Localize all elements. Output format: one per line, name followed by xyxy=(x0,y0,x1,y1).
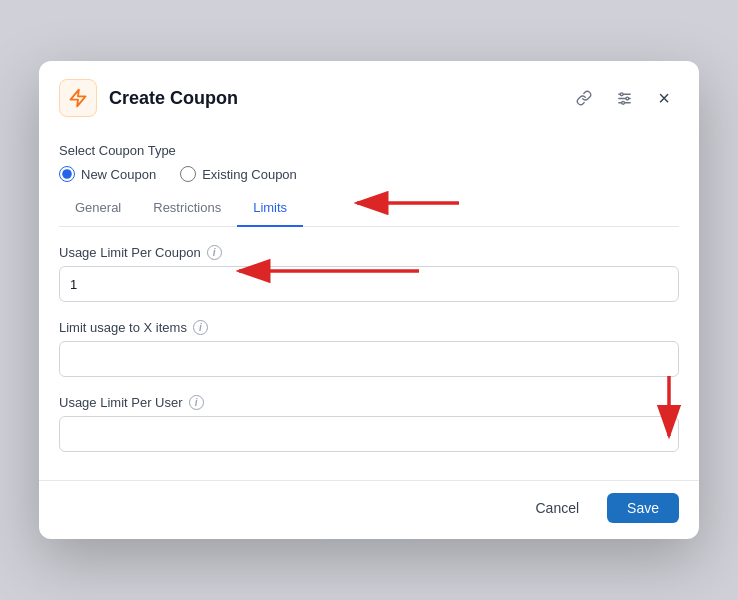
radio-existing-coupon-input[interactable] xyxy=(180,166,196,182)
coupon-type-section: Select Coupon Type New Coupon Existing C… xyxy=(59,131,679,192)
tabs: General Restrictions Limits xyxy=(59,192,679,227)
svg-point-5 xyxy=(620,92,623,95)
radio-new-coupon-label: New Coupon xyxy=(81,167,156,182)
limit-usage-x-items-label-row: Limit usage to X items i xyxy=(59,320,679,335)
svg-point-6 xyxy=(625,97,628,100)
tab-general[interactable]: General xyxy=(59,192,137,227)
usage-limit-per-user-label-row: Usage Limit Per User i xyxy=(59,395,679,410)
tab-restrictions[interactable]: Restrictions xyxy=(137,192,237,227)
tab-limits[interactable]: Limits xyxy=(237,192,303,227)
usage-limit-per-user-input[interactable] xyxy=(59,416,679,452)
modal-header-actions: × xyxy=(569,83,679,113)
settings-icon xyxy=(616,90,633,107)
modal-footer: Cancel Save xyxy=(39,480,699,539)
link-icon xyxy=(576,90,592,106)
limit-usage-x-items-group: Limit usage to X items i xyxy=(59,320,679,377)
form-section: Usage Limit Per Coupon i Limit usage to … xyxy=(59,227,679,480)
radio-existing-coupon-label: Existing Coupon xyxy=(202,167,297,182)
settings-button[interactable] xyxy=(609,83,639,113)
link-button[interactable] xyxy=(569,83,599,113)
modal-header: Create Coupon xyxy=(39,61,699,131)
coupon-type-label: Select Coupon Type xyxy=(59,143,679,158)
usage-limit-per-user-group: Usage Limit Per User i xyxy=(59,395,679,452)
usage-limit-per-coupon-group: Usage Limit Per Coupon i xyxy=(59,245,679,302)
usage-limit-per-user-info-icon: i xyxy=(189,395,204,410)
limit-usage-x-items-info-icon: i xyxy=(193,320,208,335)
coupon-icon xyxy=(68,88,88,108)
radio-new-coupon[interactable]: New Coupon xyxy=(59,166,156,182)
modal-overlay: Create Coupon xyxy=(0,0,738,600)
modal-body: Select Coupon Type New Coupon Existing C… xyxy=(39,131,699,480)
radio-new-coupon-input[interactable] xyxy=(59,166,75,182)
radio-existing-coupon[interactable]: Existing Coupon xyxy=(180,166,297,182)
cancel-button[interactable]: Cancel xyxy=(517,493,597,523)
modal-icon-wrapper xyxy=(59,79,97,117)
usage-limit-per-user-label-text: Usage Limit Per User xyxy=(59,395,183,410)
limit-usage-x-items-input[interactable] xyxy=(59,341,679,377)
usage-limit-per-coupon-input[interactable] xyxy=(59,266,679,302)
modal-title: Create Coupon xyxy=(109,88,557,109)
svg-marker-1 xyxy=(71,90,86,107)
usage-limit-per-coupon-label-text: Usage Limit Per Coupon xyxy=(59,245,201,260)
limit-usage-x-items-label-text: Limit usage to X items xyxy=(59,320,187,335)
svg-point-7 xyxy=(621,101,624,104)
usage-limit-per-coupon-info-icon: i xyxy=(207,245,222,260)
create-coupon-modal: Create Coupon xyxy=(39,61,699,539)
save-button[interactable]: Save xyxy=(607,493,679,523)
radio-group: New Coupon Existing Coupon xyxy=(59,166,679,182)
usage-limit-per-coupon-label-row: Usage Limit Per Coupon i xyxy=(59,245,679,260)
close-button[interactable]: × xyxy=(649,83,679,113)
